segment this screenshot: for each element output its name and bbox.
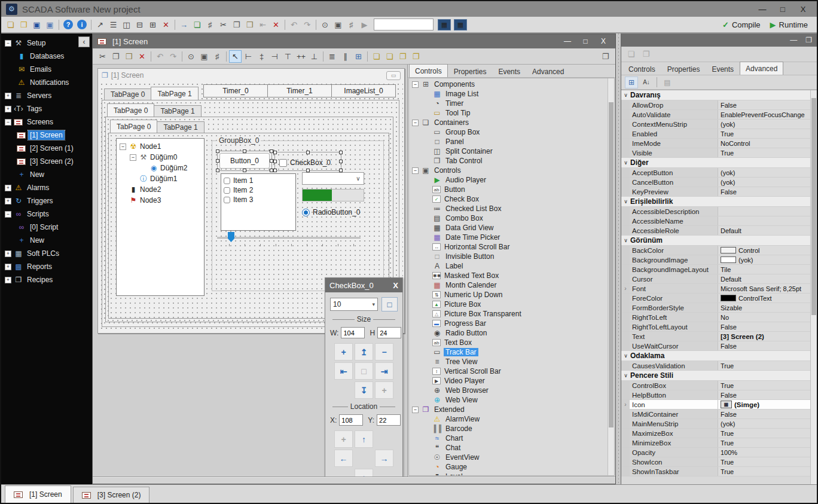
palette-item-track-bar[interactable]: ▭Track Bar: [409, 347, 608, 357]
property-value[interactable]: Default: [718, 226, 810, 235]
resize-handle-nw[interactable]: [216, 149, 219, 153]
property-value[interactable]: [3] Screen (2): [718, 332, 810, 341]
property-value[interactable]: True: [718, 429, 810, 438]
info-icon[interactable]: i: [77, 20, 87, 29]
palette-item-checked-list-box[interactable]: ≔Checked List Box: [409, 204, 608, 213]
frame-select-button[interactable]: □: [381, 297, 398, 311]
palette-item-eventview[interactable]: ☉EventView: [409, 453, 608, 462]
split-rows-icon[interactable]: ☰: [107, 19, 120, 31]
expander-icon[interactable]: −: [5, 119, 11, 126]
categorized-button[interactable]: ⊞: [625, 77, 638, 88]
property-value[interactable]: (yok): [718, 419, 810, 428]
palette-item-numeric-up-down[interactable]: ⇅Numeric Up Down: [409, 290, 608, 300]
palette-item-video-player[interactable]: ▶Video Player: [409, 376, 608, 386]
palette-item-picture-box-transparent[interactable]: △Picture Box Transparent: [409, 309, 608, 319]
x-input[interactable]: [339, 414, 363, 426]
property-value[interactable]: True: [718, 457, 810, 466]
image-tool-2-icon[interactable]: ▦: [454, 19, 467, 30]
property-row-righttoleftlayout[interactable]: RightToLeftLayoutFalse: [621, 322, 810, 332]
property-category-davran[interactable]: ∨Davranış: [621, 90, 810, 100]
property-value[interactable]: ▦(Simge): [718, 400, 810, 409]
palette-scrollbar[interactable]: [608, 78, 614, 475]
screen-minimize-button[interactable]: —: [560, 37, 575, 45]
property-row-usewaitcursor[interactable]: UseWaitCursorFalse: [621, 341, 810, 351]
palette-item-components[interactable]: −⊞Components: [409, 80, 608, 89]
fit-screen-icon[interactable]: ⊞: [352, 50, 365, 63]
cut-icon[interactable]: ✂: [217, 19, 230, 31]
delete-icon[interactable]: ✕: [136, 50, 148, 63]
palette-item-progress-bar[interactable]: ▬Progress Bar: [409, 319, 608, 328]
same-height-icon[interactable]: ∥: [339, 50, 352, 63]
runtime-button[interactable]: ▶Runtime: [770, 20, 808, 29]
quick-search-input[interactable]: [374, 19, 434, 30]
property-row-mainmenustrip[interactable]: MainMenuStrip(yok): [621, 419, 810, 429]
expander-icon[interactable]: +: [5, 251, 11, 257]
property-value[interactable]: False: [718, 100, 810, 109]
palette-item-barcode[interactable]: ║║Barcode: [409, 424, 608, 433]
size-increase-button[interactable]: +: [334, 343, 353, 361]
dock-right-button[interactable]: ⇥: [375, 362, 393, 380]
close-button[interactable]: X: [795, 5, 811, 14]
palette-item-label[interactable]: ALabel: [409, 261, 608, 271]
node-structure-icon[interactable]: ♯: [211, 50, 224, 63]
property-row-icon[interactable]: ›Icon▦(Simge): [621, 400, 810, 410]
palette-item-data-grid-view[interactable]: ▦Data Grid View: [409, 223, 608, 233]
sidebar-item-notifications[interactable]: ⚠Notifications: [1, 76, 92, 89]
palette-item-tab-control[interactable]: ❐Tab Control: [409, 156, 608, 166]
palette-item-group-box[interactable]: ▭Group Box: [409, 127, 608, 137]
expander-icon[interactable]: −: [120, 143, 126, 150]
float-panel-close-button[interactable]: X: [393, 281, 398, 290]
property-category-di-er[interactable]: ∨Diğer: [621, 158, 810, 168]
palette-item-gauge[interactable]: ◔Gauge: [409, 462, 608, 472]
tree-node-d-m0[interactable]: −⚒Düğüm0: [117, 152, 204, 163]
palette-item-masked-text-box[interactable]: ✱✱Masked Text Box: [409, 271, 608, 280]
property-value[interactable]: True: [718, 361, 810, 370]
property-row-autovalidate[interactable]: AutoValidateEnablePreventFocusChange: [621, 110, 810, 120]
grid-step-select[interactable]: 10▾: [330, 298, 378, 311]
expander-icon[interactable]: +: [5, 277, 11, 283]
expander-icon[interactable]: +: [5, 264, 11, 270]
sidebar-item-3-screen-2[interactable]: [3] Screen (2): [1, 155, 92, 168]
width-input[interactable]: [341, 327, 365, 338]
property-value[interactable]: False: [718, 410, 810, 419]
tree-structure-icon[interactable]: ♯: [345, 19, 358, 31]
property-row-text[interactable]: Text[3] Screen (2): [621, 332, 810, 341]
float-panel-titlebar[interactable]: CheckBox_0 X: [325, 278, 402, 292]
tray-item-imagelist-0[interactable]: ImageList_0: [331, 84, 396, 97]
zoom-document-icon[interactable]: ⊙: [185, 50, 197, 63]
sort-alphabetical-button[interactable]: A↓: [640, 77, 653, 88]
palette-item-containers[interactable]: −❏Containers: [409, 118, 608, 127]
property-value[interactable]: False: [718, 341, 810, 350]
property-value[interactable]: True: [718, 467, 810, 476]
designer-tab-tabpage-0[interactable]: TabPage 0: [104, 88, 151, 100]
props-minimize-button[interactable]: —: [790, 36, 797, 44]
palette-item-level[interactable]: ▮Level: [409, 472, 608, 475]
property-row-visible[interactable]: VisibleTrue: [621, 148, 810, 158]
property-category-g-r-n-m[interactable]: ∨Görünüm: [621, 236, 810, 246]
expander-icon[interactable]: −: [412, 167, 419, 174]
property-row-cursor[interactable]: CursorDefault: [621, 274, 810, 284]
palette-item-audio-player[interactable]: ▶Audio Player: [409, 175, 608, 185]
copy-icon[interactable]: ❐: [109, 50, 122, 63]
resize-handle-n[interactable]: [306, 151, 310, 154]
tree-node-d-m1[interactable]: ⓘDüğüm1: [117, 173, 204, 184]
property-row-showicon[interactable]: ShowIconTrue: [621, 457, 810, 467]
property-value[interactable]: ControlText: [718, 294, 810, 303]
property-row-causesvalidation[interactable]: CausesValidationTrue: [621, 361, 810, 371]
tab-events[interactable]: Events: [492, 66, 526, 77]
resize-handle-nw[interactable]: [273, 151, 277, 154]
checklist-item-item-1[interactable]: Item 1: [224, 176, 295, 185]
split-columns-icon[interactable]: ◫: [120, 19, 133, 31]
add-screen-icon[interactable]: ❏: [191, 19, 203, 31]
sidebar-item-emails[interactable]: ✉Emails: [1, 63, 92, 76]
screen-tab-3-screen-2[interactable]: [3] Screen (2): [73, 487, 150, 503]
preview-icon[interactable]: ▶: [358, 19, 371, 31]
move-left-button[interactable]: ←: [334, 450, 353, 467]
palette-item-radio-button[interactable]: ◉Radio Button: [409, 328, 608, 338]
palette-item-chat[interactable]: ❝Chat: [409, 443, 608, 453]
screen-tab-1-screen[interactable]: [1] Screen: [5, 485, 71, 503]
save-icon[interactable]: ▣: [30, 19, 43, 31]
property-category-pencere-stili[interactable]: ∨Pencere Stili: [621, 371, 810, 381]
palette-item-controls[interactable]: −▣Controls: [409, 166, 608, 175]
checklist-item-item-3[interactable]: Item 3: [224, 195, 295, 204]
